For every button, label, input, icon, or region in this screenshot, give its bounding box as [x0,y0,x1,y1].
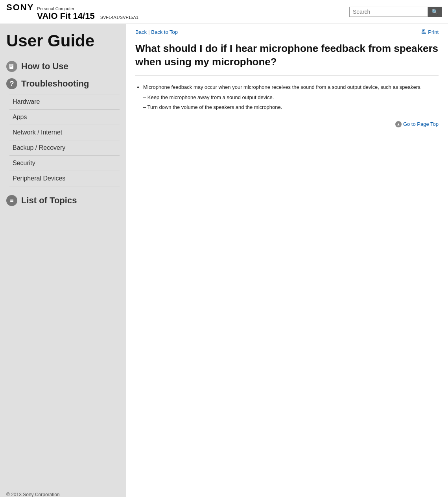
sub-bullet-item-1: Keep the microphone away from a sound ou… [143,94,439,102]
how-to-use-icon [6,61,17,72]
main-bullet-list: Microphone feedback may occur when your … [143,83,439,112]
search-area: 🔍 [349,7,442,17]
nav-links: Back | Back to Top [135,29,178,35]
product-category: Personal Computer [37,6,138,11]
svg-rect-0 [9,64,13,69]
troubleshooting-label: Troubleshooting [21,79,89,89]
list-of-topics-icon: ≡ [6,195,17,206]
go-to-top: ▲ Go to Page Top [135,121,439,127]
svg-rect-2 [10,66,13,66]
sub-bullet-list: Keep the microphone away from a sound ou… [143,94,439,112]
print-label: Print [428,29,439,35]
main-layout: User Guide How to Use ? Troubleshooting … [0,24,448,497]
list-of-topics-label: List of Topics [21,195,77,206]
go-to-top-label: Go to Page Top [403,121,439,127]
sidebar-item-list-of-topics[interactable]: ≡ List of Topics [6,193,120,208]
product-model: SVF14A1/SVF15A1 [100,15,138,20]
product-label: Personal Computer VAIO Fit 14/15 SVF14A1… [37,6,138,21]
content-nav: Back | Back to Top 🖶 Print [135,29,439,37]
nav-separator: | [148,29,149,35]
back-to-top-link[interactable]: Back to Top [151,29,178,35]
content-area: Back | Back to Top 🖶 Print What should I… [126,24,448,497]
sony-logo: SONY [6,2,34,13]
how-to-use-label: How to Use [21,61,68,72]
sidebar-title: User Guide [6,32,120,50]
sidebar-item-security[interactable]: Security [9,155,120,171]
search-button[interactable]: 🔍 [428,7,442,17]
content-body: Microphone feedback may occur when your … [135,83,439,112]
product-name: VAIO Fit 14/15 [37,11,94,21]
main-bullet-text: Microphone feedback may occur when your … [143,84,422,90]
page-title: What should I do if I hear microphone fe… [135,42,439,75]
sidebar-sub-items: Hardware Apps Network / Internet Backup … [9,94,120,186]
sidebar-item-apps[interactable]: Apps [9,109,120,125]
svg-rect-1 [10,64,13,65]
sidebar: User Guide How to Use ? Troubleshooting … [0,24,126,497]
sidebar-item-network-internet[interactable]: Network / Internet [9,125,120,140]
sidebar-item-peripheral-devices[interactable]: Peripheral Devices [9,171,120,186]
sidebar-item-troubleshooting[interactable]: ? Troubleshooting [6,77,120,91]
header-left: SONY Personal Computer VAIO Fit 14/15 SV… [6,2,138,21]
print-link[interactable]: 🖶 Print [421,29,439,35]
search-input[interactable] [349,7,428,17]
sidebar-item-backup-recovery[interactable]: Backup / Recovery [9,140,120,155]
print-icon: 🖶 [421,29,426,35]
main-bullet-item: Microphone feedback may occur when your … [143,83,439,112]
troubleshooting-icon: ? [6,78,17,89]
sub-bullet-item-2: Turn down the volume of the speakers and… [143,103,439,112]
sidebar-item-how-to-use[interactable]: How to Use [6,59,120,74]
sidebar-item-hardware[interactable]: Hardware [9,94,120,109]
back-link[interactable]: Back [135,29,147,35]
sidebar-footer: © 2013 Sony Corporation [6,492,60,497]
svg-rect-3 [10,66,12,67]
header: SONY Personal Computer VAIO Fit 14/15 SV… [0,0,448,24]
go-to-page-top-link[interactable]: ▲ Go to Page Top [395,121,439,127]
go-top-icon: ▲ [395,121,402,127]
